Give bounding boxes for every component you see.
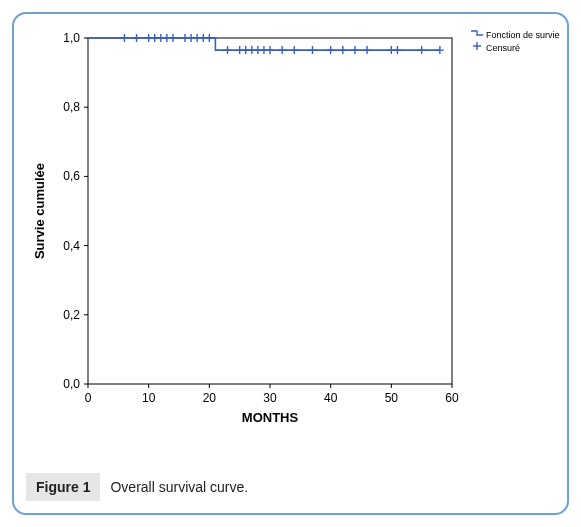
legend-series-label: Fonction de survie: [486, 29, 560, 41]
figure-wrapper: 0,00,20,40,60,81,00102030405060MONTHSSur…: [0, 0, 581, 527]
survival-chart: 0,00,20,40,60,81,00102030405060MONTHSSur…: [26, 24, 466, 434]
svg-text:50: 50: [385, 391, 399, 405]
svg-text:0,0: 0,0: [63, 377, 80, 391]
figure-caption-text: Overall survival curve.: [110, 479, 248, 495]
svg-text:0,6: 0,6: [63, 169, 80, 183]
chart-area: 0,00,20,40,60,81,00102030405060MONTHSSur…: [26, 24, 466, 434]
legend-censored-label: Censuré: [486, 42, 520, 54]
chart-legend: Fonction de survie Censuré: [466, 24, 560, 54]
svg-text:0: 0: [85, 391, 92, 405]
svg-text:1,0: 1,0: [63, 31, 80, 45]
figure-caption-row: Figure 1 Overall survival curve.: [26, 473, 555, 501]
svg-text:10: 10: [142, 391, 156, 405]
figure-panel: 0,00,20,40,60,81,00102030405060MONTHSSur…: [12, 12, 569, 515]
chart-row: 0,00,20,40,60,81,00102030405060MONTHSSur…: [26, 24, 555, 463]
svg-text:0,2: 0,2: [63, 308, 80, 322]
svg-text:Survie cumulée: Survie cumulée: [32, 163, 47, 259]
svg-text:30: 30: [263, 391, 277, 405]
step-line-icon: [470, 28, 484, 41]
svg-text:0,4: 0,4: [63, 239, 80, 253]
svg-text:0,8: 0,8: [63, 100, 80, 114]
figure-number-badge: Figure 1: [26, 473, 100, 501]
svg-rect-0: [88, 38, 452, 384]
svg-text:MONTHS: MONTHS: [242, 410, 299, 425]
svg-text:60: 60: [445, 391, 459, 405]
legend-item-censored: Censuré: [470, 41, 560, 54]
svg-text:40: 40: [324, 391, 338, 405]
plus-icon: [470, 41, 484, 54]
svg-text:20: 20: [203, 391, 217, 405]
legend-item-series: Fonction de survie: [470, 28, 560, 41]
